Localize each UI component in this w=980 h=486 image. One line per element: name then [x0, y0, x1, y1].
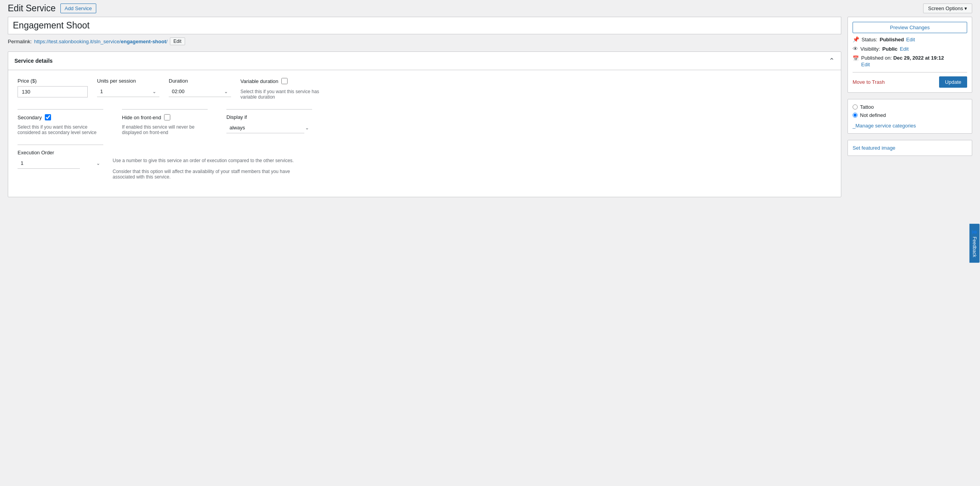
- category-not-defined[interactable]: Not defined: [853, 112, 967, 118]
- units-select-wrapper: 1 2 3 ⌄: [97, 86, 159, 97]
- status-label: Status:: [862, 37, 877, 42]
- publish-actions: Move to Trash Update: [853, 72, 967, 88]
- service-details-content: Price ($) Units per session 1 2 3 ⌄: [8, 70, 841, 197]
- hide-frontend-checkbox[interactable]: [164, 114, 170, 120]
- secondary-help: Select this if you want this service con…: [18, 124, 103, 135]
- left-column: Permalink: https://test.salonbooking.it/…: [8, 17, 841, 197]
- update-button[interactable]: Update: [939, 76, 967, 88]
- display-if-group: Display if always never ⌄: [226, 109, 312, 133]
- published-edit-link[interactable]: Edit: [861, 62, 944, 67]
- display-if-arrow: ⌄: [305, 125, 309, 131]
- variable-duration-label: Variable duration: [240, 78, 278, 84]
- secondary-label: Secondary: [18, 115, 42, 120]
- price-label: Price ($): [18, 78, 88, 84]
- units-label: Units per session: [97, 78, 159, 84]
- status-value: Published: [879, 37, 904, 42]
- status-row: 📌 Status: Published Edit: [853, 36, 967, 42]
- secondary-checkbox[interactable]: [45, 114, 51, 120]
- hide-frontend-group: Hide on front-end If enabled this servic…: [122, 109, 208, 135]
- trash-link[interactable]: Move to Trash: [853, 79, 885, 85]
- published-date-row: 📅 Published on: Dec 29, 2022 at 19:12 Ed…: [853, 55, 967, 67]
- visibility-edit-link[interactable]: Edit: [900, 46, 908, 52]
- units-select[interactable]: 1 2 3: [97, 86, 159, 97]
- collapse-icon[interactable]: ⌃: [829, 57, 835, 65]
- display-if-label: Display if: [226, 114, 312, 120]
- variable-duration-checkbox[interactable]: [281, 78, 288, 84]
- status-edit-link[interactable]: Edit: [906, 37, 915, 42]
- form-row-1: Price ($) Units per session 1 2 3 ⌄: [18, 78, 832, 100]
- hide-frontend-help: If enabled this service will never be di…: [122, 124, 208, 135]
- visibility-value: Public: [882, 46, 897, 52]
- category-not-defined-radio[interactable]: [853, 113, 858, 118]
- visibility-row: 👁 Visibility: Public Edit: [853, 46, 967, 52]
- secondary-group: Secondary Select this if you want this s…: [18, 109, 103, 135]
- permalink-label: Permalink:: [8, 39, 32, 44]
- execution-order-help2: Consider that this option will affect th…: [113, 169, 307, 180]
- form-row-3: Execution Order 1 2 3 ⌄ Use a numb: [18, 145, 832, 180]
- duration-label: Duration: [169, 78, 231, 84]
- service-details-header: Service details ⌃: [8, 52, 841, 70]
- hide-frontend-label: Hide on front-end: [122, 115, 161, 120]
- category-tattoo[interactable]: Tattoo: [853, 104, 967, 110]
- execution-order-select-wrapper: 1 2 3 ⌄: [18, 158, 103, 169]
- post-title-input[interactable]: [8, 17, 841, 34]
- price-group: Price ($): [18, 78, 88, 100]
- set-featured-image-link[interactable]: Set featured image: [853, 145, 895, 151]
- screen-options-button[interactable]: Screen Options ▾: [923, 4, 972, 13]
- right-column: Preview Changes 📌 Status: Published Edit…: [848, 17, 972, 197]
- featured-image-panel: Set featured image: [848, 140, 972, 156]
- execution-order-help1: Use a number to give this service an ord…: [113, 158, 307, 163]
- top-bar: Edit Service Add Service Screen Options …: [0, 0, 980, 17]
- execution-order-group: Execution Order 1 2 3 ⌄: [18, 145, 103, 180]
- category-radio-group: Tattoo Not defined: [853, 104, 967, 118]
- featured-image-panel-body: Set featured image: [848, 140, 972, 156]
- display-if-select-wrapper: always never ⌄: [226, 122, 312, 133]
- hide-frontend-row: Hide on front-end: [122, 114, 208, 120]
- display-if-select[interactable]: always never: [226, 122, 304, 133]
- publish-panel: Preview Changes 📌 Status: Published Edit…: [848, 17, 972, 93]
- visibility-icon: 👁: [853, 46, 858, 52]
- execution-order-help-group: Use a number to give this service an ord…: [113, 145, 307, 180]
- secondary-check-row: Secondary: [18, 114, 103, 120]
- calendar-icon: 📅: [853, 55, 859, 61]
- published-date-edit: Published on: Dec 29, 2022 at 19:12 Edit: [861, 55, 944, 67]
- service-details-title: Service details: [14, 58, 53, 64]
- page-title: Edit Service: [8, 3, 56, 14]
- duration-select[interactable]: 02:00 01:00 03:00: [169, 86, 231, 97]
- execution-order-select[interactable]: 1 2 3: [18, 158, 80, 169]
- variable-duration-row: Variable duration: [240, 78, 326, 84]
- main-content: Permalink: https://test.salonbooking.it/…: [0, 17, 980, 205]
- status-icon: 📌: [853, 36, 859, 42]
- permalink-edit-button[interactable]: Edit: [170, 37, 185, 45]
- page-title-area: Edit Service Add Service: [8, 3, 96, 14]
- execution-order-arrow: ⌄: [96, 161, 100, 166]
- permalink-url[interactable]: https://test.salonbooking.it/sln_service…: [34, 39, 167, 44]
- duration-group: Duration 02:00 01:00 03:00 ⌄: [169, 78, 231, 100]
- variable-duration-group: Variable duration Select this if you wan…: [240, 78, 326, 100]
- visibility-label: Visibility:: [860, 46, 880, 52]
- publish-panel-body: Preview Changes 📌 Status: Published Edit…: [848, 17, 972, 92]
- service-details-box: Service details ⌃ Price ($) Units per se…: [8, 51, 841, 197]
- preview-changes-button[interactable]: Preview Changes: [853, 22, 967, 33]
- units-group: Units per session 1 2 3 ⌄: [97, 78, 159, 100]
- permalink: Permalink: https://test.salonbooking.it/…: [8, 37, 841, 45]
- categories-panel-body: Tattoo Not defined _Manage service categ…: [848, 99, 972, 133]
- duration-select-wrapper: 02:00 01:00 03:00 ⌄: [169, 86, 231, 97]
- category-tattoo-label: Tattoo: [860, 104, 874, 110]
- variable-duration-help: Select this if you want this service has…: [240, 89, 326, 100]
- category-not-defined-label: Not defined: [860, 112, 886, 118]
- categories-panel: Tattoo Not defined _Manage service categ…: [848, 99, 972, 134]
- manage-categories-link[interactable]: _Manage service categories: [853, 123, 916, 129]
- category-tattoo-radio[interactable]: [853, 104, 858, 110]
- published-date-value: Dec 29, 2022 at 19:12: [893, 55, 944, 61]
- add-service-button[interactable]: Add Service: [60, 4, 96, 13]
- execution-order-label: Execution Order: [18, 150, 103, 156]
- price-input[interactable]: [18, 86, 88, 97]
- published-label-text: Published on: Dec 29, 2022 at 19:12: [861, 55, 944, 61]
- form-row-2: Secondary Select this if you want this s…: [18, 109, 832, 135]
